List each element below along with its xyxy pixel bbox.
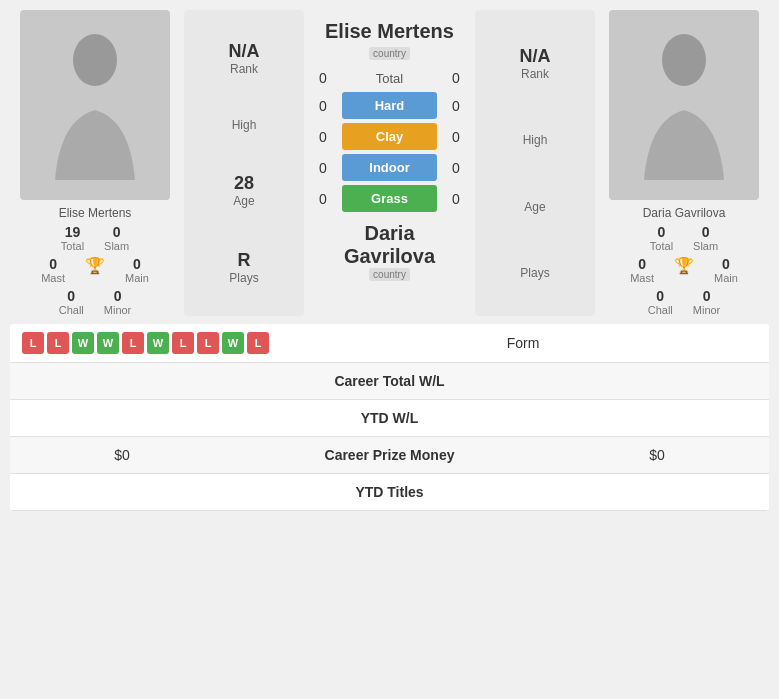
prize-money-left: $0 xyxy=(22,447,222,463)
player-card-right: Daria Gavrilova 0 Total 0 Slam 0 Mast 🏆 xyxy=(599,10,769,316)
player1-plays-label: Plays xyxy=(229,271,258,285)
player2-rank-label: Rank xyxy=(520,67,551,81)
player1-rank-label: Rank xyxy=(229,62,260,76)
avatar-silhouette-left xyxy=(45,30,145,180)
court-btn-hard[interactable]: Hard xyxy=(342,92,437,119)
hard-score-left: 0 xyxy=(308,98,338,114)
player2-stats-chall-minor: 0 Chall 0 Minor xyxy=(599,288,769,316)
player1-main-label: Main xyxy=(125,272,149,284)
player1-trophy-icon: 🏆 xyxy=(85,256,105,284)
grass-score-right: 0 xyxy=(441,191,471,207)
prize-money-right: $0 xyxy=(557,447,757,463)
player1-country-flag: country xyxy=(369,47,410,60)
player2-chall-value: 0 xyxy=(648,288,673,304)
player1-plays-block: R Plays xyxy=(229,250,258,285)
player2-name-center-area: Daria Gavrilova country xyxy=(344,222,435,291)
form-badge-5: W xyxy=(147,332,169,354)
player2-chall: 0 Chall xyxy=(648,288,673,316)
player1-rank-block: N/A Rank xyxy=(229,41,260,76)
ytd-wl-row: YTD W/L xyxy=(10,400,769,437)
avatar-left xyxy=(20,10,170,200)
court-row-hard: 0 Hard 0 xyxy=(308,92,471,119)
player2-mast: 0 Mast xyxy=(630,256,654,284)
player1-total-label: Total xyxy=(61,240,84,252)
player1-mast-label: Mast xyxy=(41,272,65,284)
player2-mast-value: 0 xyxy=(630,256,654,272)
svg-point-1 xyxy=(662,34,706,86)
player2-name-line1: Daria xyxy=(344,222,435,245)
player2-total-value: 0 xyxy=(650,224,673,240)
form-badge-1: L xyxy=(47,332,69,354)
player2-slam-value: 0 xyxy=(693,224,718,240)
player2-mast-label: Mast xyxy=(630,272,654,284)
player2-minor-label: Minor xyxy=(693,304,721,316)
player2-rank-value: N/A xyxy=(520,46,551,67)
player-card-left: Elise Mertens 19 Total 0 Slam 0 Mast 🏆 xyxy=(10,10,180,316)
avatar-right xyxy=(609,10,759,200)
player2-stats-total-slam: 0 Total 0 Slam xyxy=(599,224,769,252)
player2-age-label: Age xyxy=(524,200,545,214)
player2-chall-label: Chall xyxy=(648,304,673,316)
trophy-left: 🏆 xyxy=(85,257,105,274)
player2-rank-block: N/A Rank xyxy=(520,46,551,81)
top-middle: Elise Mertens country 0 Total 0 0 Hard 0 xyxy=(308,10,471,316)
player1-chall-label: Chall xyxy=(59,304,84,316)
ytd-titles-center: YTD Titles xyxy=(222,484,557,500)
player1-minor-value: 0 xyxy=(104,288,132,304)
form-badge-6: L xyxy=(172,332,194,354)
court-btn-indoor[interactable]: Indoor xyxy=(342,154,437,181)
player1-plays-value: R xyxy=(229,250,258,271)
player1-name-center: Elise Mertens xyxy=(325,20,454,43)
player2-stats-mast-main: 0 Mast 🏆 0 Main xyxy=(599,256,769,284)
player1-high-block: High xyxy=(232,118,257,132)
player1-high-label: High xyxy=(232,118,257,132)
player1-mast-value: 0 xyxy=(41,256,65,272)
form-badge-3: W xyxy=(97,332,119,354)
player1-name-label: Elise Mertens xyxy=(59,206,132,220)
player2-slam-label: Slam xyxy=(693,240,718,252)
court-btn-clay[interactable]: Clay xyxy=(342,123,437,150)
indoor-score-left: 0 xyxy=(308,160,338,176)
total-score-right: 0 xyxy=(441,70,471,86)
player2-trophy-icon: 🏆 xyxy=(674,256,694,284)
trophy-right: 🏆 xyxy=(674,257,694,274)
form-badge-7: L xyxy=(197,332,219,354)
form-badges: L L W W L W L L W L xyxy=(22,332,269,354)
player2-minor: 0 Minor xyxy=(693,288,721,316)
indoor-score-right: 0 xyxy=(441,160,471,176)
form-label: Form xyxy=(289,335,757,351)
ytd-titles-row: YTD Titles xyxy=(10,474,769,511)
ytd-wl-center: YTD W/L xyxy=(222,410,557,426)
hard-score-right: 0 xyxy=(441,98,471,114)
player1-stats-mast-main: 0 Mast 🏆 0 Main xyxy=(10,256,180,284)
player2-name-label: Daria Gavrilova xyxy=(643,206,726,220)
prize-money-center: Career Prize Money xyxy=(222,447,557,463)
player1-stats-total-slam: 19 Total 0 Slam xyxy=(10,224,180,252)
bottom-section: L L W W L W L L W L Form Career Total W/… xyxy=(10,324,769,511)
player1-chall-value: 0 xyxy=(59,288,84,304)
player1-age-label: Age xyxy=(233,194,254,208)
form-badge-8: W xyxy=(222,332,244,354)
total-label: Total xyxy=(342,71,437,86)
form-badge-2: W xyxy=(72,332,94,354)
player2-plays-block: Plays xyxy=(520,266,549,280)
player2-minor-value: 0 xyxy=(693,288,721,304)
player1-total-value: 19 xyxy=(61,224,84,240)
player-section: Elise Mertens 19 Total 0 Slam 0 Mast 🏆 xyxy=(10,10,769,316)
court-rows: 0 Hard 0 0 Clay 0 0 Indoor 0 xyxy=(308,92,471,212)
prize-money-row: $0 Career Prize Money $0 xyxy=(10,437,769,474)
player1-slam: 0 Slam xyxy=(104,224,129,252)
player1-main: 0 Main xyxy=(125,256,149,284)
center-stats-right: N/A Rank High Age Plays xyxy=(475,10,595,316)
player1-minor: 0 Minor xyxy=(104,288,132,316)
court-btn-grass[interactable]: Grass xyxy=(342,185,437,212)
player1-total: 19 Total xyxy=(61,224,84,252)
player1-minor-label: Minor xyxy=(104,304,132,316)
player1-age-value: 28 xyxy=(233,173,254,194)
form-badge-9: L xyxy=(247,332,269,354)
court-row-clay: 0 Clay 0 xyxy=(308,123,471,150)
grass-score-left: 0 xyxy=(308,191,338,207)
clay-score-left: 0 xyxy=(308,129,338,145)
form-row: L L W W L W L L W L Form xyxy=(10,324,769,363)
clay-score-right: 0 xyxy=(441,129,471,145)
